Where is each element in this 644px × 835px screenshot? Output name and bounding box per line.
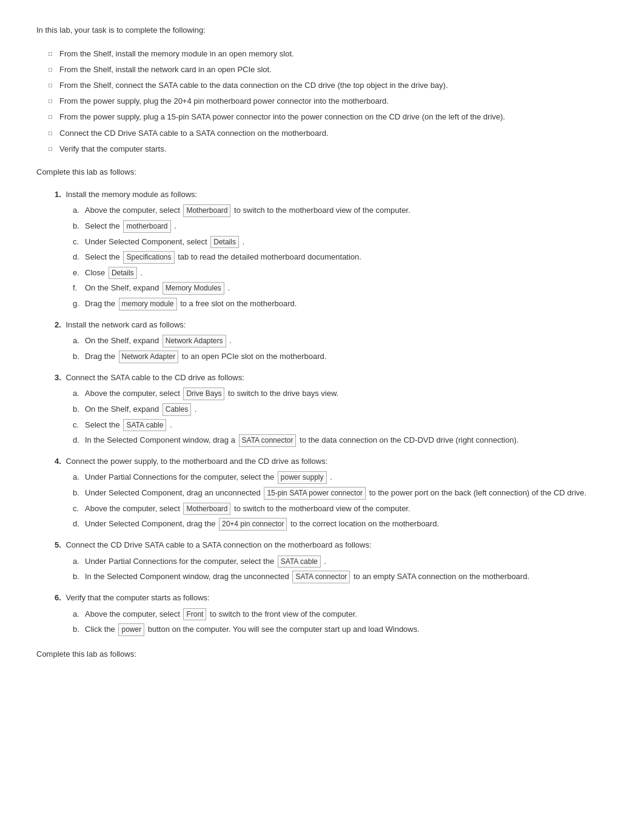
step-6b-label: b. (73, 623, 85, 635)
step-3b-label: b. (73, 403, 85, 415)
highlight-power: power (118, 623, 144, 636)
step-4: 4. Connect the power supply, to the moth… (55, 455, 608, 531)
highlight-sata-cable-1: SATA cable (123, 419, 166, 432)
step-1a-label: a. (73, 204, 85, 216)
step-4a: a. Under Partial Connections for the com… (73, 471, 608, 484)
step-4c: c. Above the computer, select Motherboar… (73, 503, 608, 515)
complete-label-bottom: Complete this lab as follows: (36, 648, 608, 661)
step-1b: b. Select the motherboard . (73, 220, 608, 233)
step-4-number: 4. (55, 457, 61, 466)
step-1d-label: d. (73, 251, 85, 263)
highlight-details-1: Details (210, 236, 239, 249)
step-5a-content: Under Partial Connections for the comput… (85, 555, 608, 568)
highlight-sata-connector-1: SATA connector (239, 434, 297, 447)
step-2b-label: b. (73, 350, 85, 363)
step-3: 3. Connect the SATA cable to the CD driv… (55, 372, 608, 447)
step-5b: b. In the Selected Component window, dra… (73, 571, 608, 583)
highlight-power-supply: power supply (278, 471, 327, 484)
step-3c-content: Select the SATA cable . (85, 419, 608, 432)
highlight-memory-module: memory module (119, 298, 177, 310)
bullet-item-4: From the power supply, plug the 20+4 pin… (49, 95, 608, 107)
intro-paragraph: In this lab, your task is to complete th… (36, 24, 608, 37)
step-1e-label: e. (73, 267, 85, 279)
bullet-item-1: From the Shelf, install the memory modul… (49, 48, 608, 60)
step-3a-content: Above the computer, select Drive Bays to… (85, 387, 608, 400)
step-1g-label: g. (73, 298, 85, 310)
step-6a-label: a. (73, 608, 85, 620)
bullet-list: From the Shelf, install the memory modul… (49, 48, 608, 155)
step-3c-label: c. (73, 419, 85, 431)
step-1c-label: c. (73, 236, 85, 248)
step-6b-content: Click the power button on the computer. … (85, 623, 608, 636)
step-5b-label: b. (73, 571, 85, 583)
step-1g-content: Drag the memory module to a free slot on… (85, 298, 608, 310)
step-6-number: 6. (55, 593, 61, 602)
step-2-number: 2. (55, 320, 61, 329)
step-3d: d. In the Selected Component window, dra… (73, 434, 608, 447)
numbered-steps-list: 1. Install the memory module as follows:… (55, 189, 608, 636)
highlight-sata-connector-2: SATA connector (292, 571, 350, 583)
step-1d: d. Select the Specifications tab to read… (73, 251, 608, 264)
step-4d: d. Under Selected Component, drag the 20… (73, 518, 608, 531)
complete-label-top: Complete this lab as follows: (36, 166, 608, 179)
step-3-number: 3. (55, 373, 61, 382)
step-5a: a. Under Partial Connections for the com… (73, 555, 608, 568)
step-4c-label: c. (73, 503, 85, 515)
bullet-item-6: Connect the CD Drive SATA cable to a SAT… (49, 127, 608, 139)
step-3b-content: On the Shelf, expand Cables . (85, 403, 608, 416)
step-1: 1. Install the memory module as follows:… (55, 189, 608, 310)
step-4-text: Connect the power supply, to the motherb… (65, 457, 327, 466)
step-6a-content: Above the computer, select Front to swit… (85, 608, 608, 621)
highlight-cables: Cables (163, 403, 191, 416)
step-5-text: Connect the CD Drive SATA cable to a SAT… (65, 540, 371, 549)
highlight-15pin-sata: 15-pin SATA power connector (264, 487, 366, 500)
step-1d-content: Select the Specifications tab to read th… (85, 251, 608, 264)
highlight-memory-modules: Memory Modules (163, 282, 224, 295)
step-1g: g. Drag the memory module to a free slot… (73, 298, 608, 310)
step-4b: b. Under Selected Component, drag an unc… (73, 487, 608, 500)
step-3d-content: In the Selected Component window, drag a… (85, 434, 608, 447)
step-1f-content: On the Shelf, expand Memory Modules . (85, 282, 608, 295)
step-6a: a. Above the computer, select Front to s… (73, 608, 608, 621)
step-6: 6. Verify that the computer starts as fo… (55, 592, 608, 636)
step-2-text: Install the network card as follows: (65, 320, 186, 329)
step-2a: a. On the Shelf, expand Network Adapters… (73, 335, 608, 347)
step-6b: b. Click the power button on the compute… (73, 623, 608, 636)
step-2b: b. Drag the Network Adapter to an open P… (73, 350, 608, 363)
step-4a-content: Under Partial Connections for the comput… (85, 471, 608, 484)
step-3-substeps: a. Above the computer, select Drive Bays… (73, 387, 608, 446)
step-4c-content: Above the computer, select Motherboard t… (85, 503, 608, 515)
step-2b-content: Drag the Network Adapter to an open PCIe… (85, 350, 608, 363)
step-1-text: Install the memory module as follows: (65, 190, 197, 199)
step-4a-label: a. (73, 471, 85, 483)
highlight-motherboard-1: Motherboard (183, 204, 230, 217)
step-1f: f. On the Shelf, expand Memory Modules . (73, 282, 608, 295)
highlight-network-adapters: Network Adapters (163, 335, 226, 347)
step-4-substeps: a. Under Partial Connections for the com… (73, 471, 608, 530)
highlight-network-adapter: Network Adapter (119, 350, 179, 363)
step-1b-content: Select the motherboard . (85, 220, 608, 233)
step-1f-label: f. (73, 282, 85, 294)
step-3a: a. Above the computer, select Drive Bays… (73, 387, 608, 400)
step-6-text: Verify that the computer starts as follo… (65, 593, 209, 602)
highlight-20plus4-pin: 20+4 pin connector (219, 518, 287, 531)
step-2a-label: a. (73, 335, 85, 347)
step-3c: c. Select the SATA cable . (73, 419, 608, 432)
step-1-number: 1. (55, 190, 61, 199)
highlight-sata-cable-2: SATA cable (278, 555, 321, 568)
step-1c: c. Under Selected Component, select Deta… (73, 236, 608, 249)
highlight-drive-bays: Drive Bays (183, 387, 224, 400)
step-5b-content: In the Selected Component window, drag t… (85, 571, 608, 583)
step-5-number: 5. (55, 540, 61, 549)
step-3a-label: a. (73, 387, 85, 400)
step-3-text: Connect the SATA cable to the CD drive a… (65, 373, 244, 382)
step-1e-content: Close Details . (85, 267, 608, 280)
highlight-specifications: Specifications (123, 251, 174, 264)
step-6-substeps: a. Above the computer, select Front to s… (73, 608, 608, 636)
step-3b: b. On the Shelf, expand Cables . (73, 403, 608, 416)
bullet-item-3: From the Shelf, connect the SATA cable t… (49, 79, 608, 92)
step-1c-content: Under Selected Component, select Details… (85, 236, 608, 249)
bullet-item-2: From the Shelf, install the network card… (49, 64, 608, 76)
step-5a-label: a. (73, 555, 85, 568)
step-1a: a. Above the computer, select Motherboar… (73, 204, 608, 217)
